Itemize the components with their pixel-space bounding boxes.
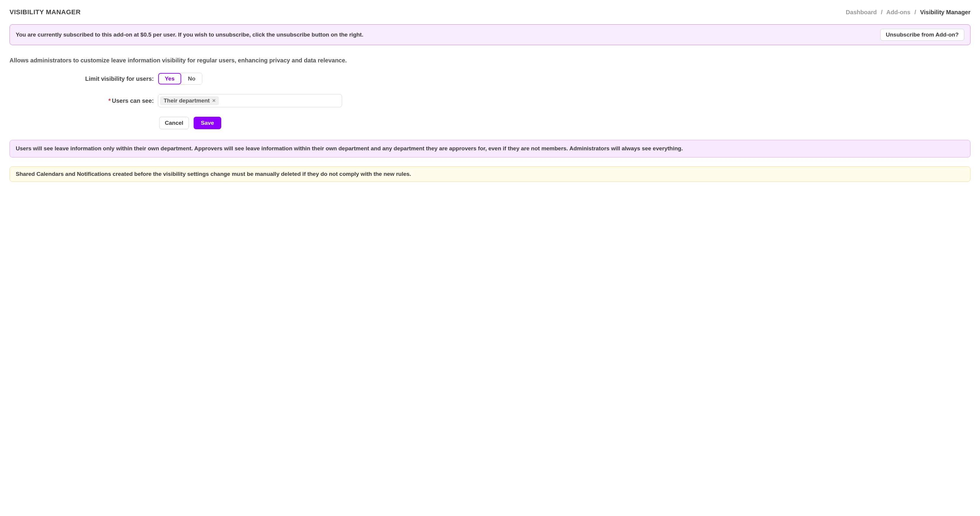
limit-visibility-toggle: Yes No	[158, 73, 202, 84]
breadcrumb-sep: /	[881, 9, 883, 16]
cancel-button[interactable]: Cancel	[159, 117, 189, 129]
breadcrumb-current: Visibility Manager	[920, 9, 970, 16]
limit-visibility-label: Limit visibility for users:	[10, 75, 158, 82]
save-button[interactable]: Save	[194, 117, 221, 129]
users-can-see-label-text: Users can see:	[112, 97, 154, 104]
page-header: VISIBILITY MANAGER Dashboard / Add-ons /…	[10, 8, 970, 16]
subscription-banner: You are currently subscribed to this add…	[10, 24, 970, 45]
visibility-info-note: Users will see leave information only wi…	[10, 140, 970, 158]
tag-label: Their department	[164, 97, 210, 104]
users-can-see-row: *Users can see: Their department ✕	[10, 94, 970, 107]
page-title: VISIBILITY MANAGER	[10, 8, 81, 16]
users-can-see-label: *Users can see:	[10, 97, 158, 104]
limit-visibility-row: Limit visibility for users: Yes No	[10, 73, 970, 84]
breadcrumb: Dashboard / Add-ons / Visibility Manager	[846, 9, 970, 16]
feature-description: Allows administrators to customize leave…	[10, 57, 970, 64]
limit-no[interactable]: No	[181, 73, 202, 84]
subscription-text: You are currently subscribed to this add…	[16, 32, 363, 38]
breadcrumb-dashboard[interactable]: Dashboard	[846, 9, 877, 16]
tag-their-department: Their department ✕	[160, 96, 219, 105]
tag-remove-icon[interactable]: ✕	[212, 98, 216, 104]
unsubscribe-button[interactable]: Unsubscribe from Add-on?	[880, 29, 964, 41]
users-can-see-select[interactable]: Their department ✕	[158, 94, 342, 107]
calendar-warning-note: Shared Calendars and Notifications creat…	[10, 166, 970, 182]
form-actions: Cancel Save	[158, 117, 970, 129]
breadcrumb-addons[interactable]: Add-ons	[886, 9, 910, 16]
breadcrumb-sep: /	[914, 9, 916, 16]
limit-yes[interactable]: Yes	[158, 73, 181, 84]
required-asterisk: *	[108, 97, 111, 104]
